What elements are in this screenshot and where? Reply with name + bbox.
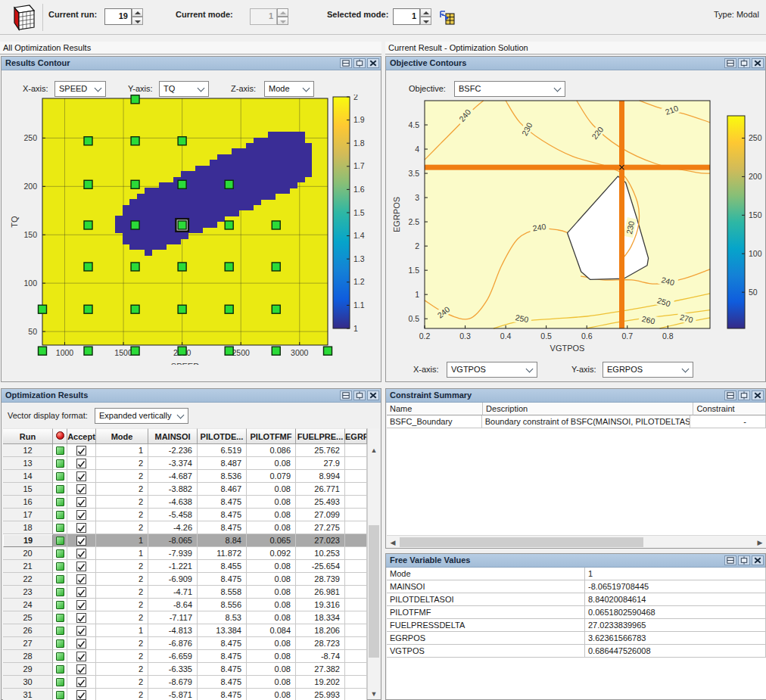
cell-mainsoi[interactable]: -6.335 [148,663,198,676]
cell-pilotfmf[interactable]: 0.08 [247,586,296,599]
table-row[interactable]: 261-4.81313.3840.08418.206 [3,624,367,637]
close-button[interactable] [752,390,764,400]
close-button[interactable] [752,58,764,68]
cell-fuelpressdelta[interactable]: 8.994 [296,470,345,483]
cell-accept[interactable] [67,689,96,700]
table-row[interactable]: 232-4.718.5580.0826.981 [3,586,367,599]
accept-checkbox[interactable] [76,562,86,571]
cell-fuelpressdelta[interactable]: 27.9 [296,457,345,470]
run-marker[interactable] [272,305,280,313]
run-marker[interactable] [131,263,139,271]
cell-mode[interactable]: 2 [96,483,148,496]
cell-pilotdeltasoi[interactable]: 8.467 [198,483,247,496]
accept-checkbox[interactable] [76,626,86,636]
cell-pilotfmf[interactable]: 0.08 [247,560,296,573]
cell-egrpos[interactable] [345,547,367,560]
cell-pilotdeltasoi[interactable]: 8.475 [198,521,247,534]
run-marker[interactable] [178,137,186,145]
undock-button[interactable] [353,390,366,400]
results-contour-chart[interactable]: 1000150020002500300050100150200250SPEEDT… [2,95,380,365]
cell-pilotdeltasoi[interactable]: 8.475 [198,573,247,586]
cell-mainsoi[interactable]: -4.26 [148,521,198,534]
cell-pilotfmf[interactable]: 0.092 [247,547,296,560]
cell-fuelpressdelta[interactable]: 18.334 [296,611,345,624]
cell-pilotdeltasoi[interactable]: 13.384 [198,624,247,637]
cell-mode[interactable]: 2 [96,650,148,663]
split-button[interactable] [724,58,736,68]
scrollbar-thumb[interactable] [400,537,643,547]
undock-button[interactable] [738,58,750,68]
cell-pilotfmf[interactable]: 0.084 [247,624,296,637]
cell-accept[interactable] [67,534,96,547]
cell-run[interactable]: 20 [3,547,53,560]
table-row[interactable]: 172-5.4588.4750.0827.099 [3,509,367,521]
cell-pilotdeltasoi[interactable]: 8.475 [198,663,247,676]
cell-constraint-value[interactable]: - [690,415,766,428]
split-button[interactable] [724,555,736,565]
cell-mode[interactable]: 2 [96,560,148,573]
close-button[interactable] [752,555,764,565]
cell-mainsoi[interactable]: -4.813 [148,624,198,637]
run-marker[interactable] [324,347,332,355]
cell-run[interactable]: 31 [3,689,53,700]
free-variable-row[interactable]: MAINSOI-8.06519708445 [387,580,766,593]
cell-egrpos[interactable] [345,689,367,700]
cell-mainsoi[interactable]: -3.882 [148,483,198,496]
cell-mainsoi[interactable]: -5.458 [148,509,198,521]
cell-run[interactable]: 28 [3,650,53,663]
cell-mode[interactable]: 1 [96,547,148,560]
free-variable-row[interactable]: Mode1 [387,568,766,580]
cell-variable-value[interactable]: 8.84020084614 [585,593,766,606]
cell-pilotdeltasoi[interactable]: 8.475 [198,676,247,689]
cell-egrpos[interactable] [345,663,367,676]
cell-run[interactable]: 23 [3,586,53,599]
cell-mainsoi[interactable]: -1.221 [148,560,198,573]
selected-mode-stepper[interactable] [420,8,431,25]
cell-accept[interactable] [67,586,96,599]
cell-egrpos[interactable] [345,599,367,611]
cell-fuelpressdelta[interactable]: 25.993 [296,689,345,700]
column-header-Mode[interactable]: Mode [96,428,148,444]
cell-pilotfmf[interactable]: 0.08 [247,573,296,586]
cell-pilotdeltasoi[interactable]: 8.84 [198,534,247,547]
cell-accept[interactable] [67,444,96,457]
table-row[interactable]: 142-4.6878.5360.0798.994 [3,470,367,483]
cell-egrpos[interactable] [345,560,367,573]
cell-fuelpressdelta[interactable]: -8.74 [296,650,345,663]
cell-mode[interactable]: 1 [96,534,148,547]
run-marker[interactable] [84,263,92,271]
cell-mode[interactable]: 2 [96,611,148,624]
cell-egrpos[interactable] [345,496,367,509]
cell-pilotdeltasoi[interactable]: 8.536 [198,470,247,483]
cell-mainsoi[interactable]: -7.939 [148,547,198,560]
cell-egrpos[interactable] [345,483,367,496]
accept-checkbox[interactable] [76,587,86,597]
cell-pilotfmf[interactable]: 0.065 [247,534,296,547]
column-header-MAINSOI[interactable]: MAINSOI [148,428,198,444]
cell-mode[interactable]: 2 [96,637,148,650]
accept-checkbox[interactable] [76,536,86,546]
accept-checkbox[interactable] [76,652,86,661]
cell-variable-value[interactable]: 27.0233839965 [585,619,766,632]
cell-mode[interactable]: 1 [96,444,148,457]
scroll-right-arrow[interactable]: ▶ [754,537,766,548]
cell-accept[interactable] [67,624,96,637]
cell-pilotfmf[interactable]: 0.08 [247,637,296,650]
cell-mainsoi[interactable]: -6.909 [148,573,198,586]
vector-display-format-select[interactable]: Expanded vertically [95,408,188,424]
y-axis-select[interactable]: EGRPOS [603,362,693,378]
cell-egrpos[interactable] [345,611,367,624]
cell-pilotfmf[interactable]: 0.08 [247,457,296,470]
cell-run[interactable]: 17 [3,509,53,521]
cell-pilotdeltasoi[interactable]: 6.519 [198,444,247,457]
scroll-left-arrow[interactable]: ◀ [387,537,399,548]
scrollbar-thumb[interactable] [369,525,379,658]
cell-pilotfmf[interactable]: 0.08 [247,663,296,676]
split-button[interactable] [340,58,352,68]
table-row[interactable]: 242-8.648.5560.0819.316 [3,599,367,611]
cell-mode[interactable]: 2 [96,689,148,700]
cell-accept[interactable] [67,457,96,470]
free-variable-row[interactable]: FUELPRESSDELTA27.0233839965 [387,619,766,632]
column-header-PILOTDE...[interactable]: PILOTDE... [198,428,247,444]
cell-accept[interactable] [67,560,96,573]
